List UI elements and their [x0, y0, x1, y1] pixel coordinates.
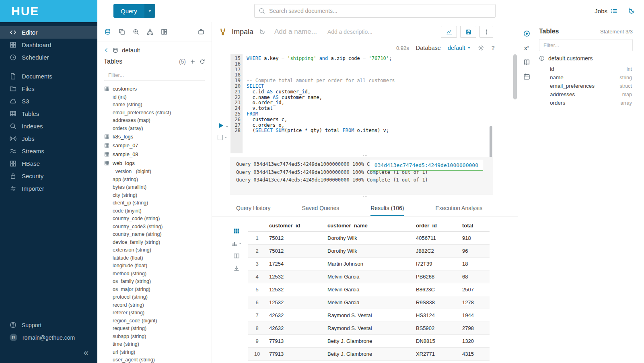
- table-row[interactable]: 612532Melvin GarciaR9S8381278: [248, 296, 490, 309]
- tab-results-106[interactable]: Results (106): [370, 200, 404, 216]
- table-item-sample_08[interactable]: sample_08: [104, 150, 212, 159]
- table-row[interactable]: 1077913Betty J. GiambroneXR27714315: [248, 348, 490, 361]
- table-item-customers[interactable]: customers: [104, 84, 212, 93]
- right-column-orders[interactable]: ordersarray: [539, 99, 633, 107]
- table-row[interactable]: 412532Melvin GarciaPB626868: [248, 270, 490, 283]
- code-line[interactable]: [247, 67, 518, 73]
- query-description-field[interactable]: Add a descriptio...: [327, 29, 372, 35]
- help-question-icon[interactable]: ?: [491, 45, 495, 51]
- query-history-button[interactable]: [628, 7, 635, 14]
- column-header-customer_id[interactable]: customer_id: [266, 220, 324, 232]
- execute-button[interactable]: [217, 122, 224, 129]
- table-row[interactable]: 742632Raymond S. VestalHS31241944: [248, 309, 490, 322]
- column-item[interactable]: longitude (float): [104, 262, 212, 270]
- sidebar-item-importer[interactable]: Importer: [0, 182, 97, 195]
- table-row[interactable]: 175012Dorothy Wilk4056711918: [248, 232, 490, 245]
- sidebar-item-editor[interactable]: Editor: [0, 26, 97, 39]
- column-item[interactable]: subapp (string): [104, 332, 212, 340]
- superscript-assist-button[interactable]: x²: [524, 45, 529, 51]
- column-item[interactable]: url (string): [104, 348, 212, 356]
- hue-logo[interactable]: HUE: [0, 0, 97, 22]
- column-item[interactable]: device_family (string): [104, 238, 212, 246]
- back-chevron-icon[interactable]: [104, 47, 109, 53]
- query-dropdown-caret[interactable]: [144, 4, 155, 18]
- database-select[interactable]: default: [448, 45, 471, 51]
- sidebar-item-hbase[interactable]: HBase: [0, 157, 97, 170]
- column-item[interactable]: orders (array): [104, 124, 212, 132]
- column-item[interactable]: request (string): [104, 325, 212, 333]
- new-query-button[interactable]: Query: [113, 4, 155, 18]
- sidebar-item-streams[interactable]: Streams: [0, 145, 97, 157]
- tab-saved-queries[interactable]: Saved Queries: [302, 200, 339, 216]
- column-item[interactable]: region_code (bigint): [104, 317, 212, 325]
- more-actions-button[interactable]: [479, 26, 493, 38]
- query-name-field[interactable]: Add a name...: [274, 28, 317, 36]
- column-item[interactable]: _version_ (bigint): [104, 168, 212, 176]
- query-id-popup[interactable]: 034d413ec7474ed5:4249de1000000000: [370, 160, 483, 171]
- code-line[interactable]: FROM: [247, 111, 518, 117]
- column-item[interactable]: referer (string): [104, 309, 212, 317]
- sidebar-item-tables[interactable]: Tables: [0, 107, 97, 120]
- column-item[interactable]: addresses (map): [104, 117, 212, 125]
- table-row[interactable]: 977913Betty J. GiambroneDN88151320: [248, 335, 490, 348]
- target-assist-button[interactable]: [523, 30, 530, 37]
- execute-options-caret[interactable]: [225, 125, 229, 129]
- tab-execution-analysis[interactable]: Execution Analysis: [435, 200, 482, 216]
- right-column-addresses[interactable]: addressesmap: [539, 90, 633, 99]
- grid-view-button[interactable]: [233, 228, 240, 234]
- code-line[interactable]: v.total: [247, 106, 518, 111]
- column-item[interactable]: latitude (float): [104, 254, 212, 262]
- tables-filter-input[interactable]: [104, 69, 205, 81]
- column-item[interactable]: time (string): [104, 340, 212, 349]
- search-input[interactable]: [254, 4, 496, 18]
- column-header-order_id[interactable]: order_id: [413, 220, 459, 232]
- right-column-id[interactable]: idint: [539, 65, 633, 73]
- code-line[interactable]: [247, 62, 518, 67]
- column-item[interactable]: os_family (string): [104, 278, 212, 286]
- column-item[interactable]: client_ip (string): [104, 199, 212, 207]
- refresh-tables-icon[interactable]: [200, 59, 205, 64]
- column-item[interactable]: email_preferences (struct): [104, 109, 212, 117]
- column-item[interactable]: country_code3 (string): [104, 223, 212, 231]
- code-line[interactable]: o.order_id,: [247, 100, 518, 106]
- right-column-email_preferences[interactable]: email_preferencesstruct: [539, 82, 633, 90]
- column-item[interactable]: country_name (string): [104, 231, 212, 239]
- code-line[interactable]: WHERE a.key = 'shipping' and a.zip_code …: [247, 56, 518, 62]
- save-button[interactable]: [460, 26, 476, 38]
- code-line[interactable]: c.name AS customer_name,: [247, 95, 518, 101]
- sidebar-item-scheduler[interactable]: Scheduler: [0, 51, 97, 64]
- code-line[interactable]: -- Compute total amount per order for al…: [247, 78, 518, 84]
- table-item-web_logs[interactable]: web_logs: [104, 159, 212, 168]
- column-header-customer_name[interactable]: customer_name: [324, 220, 413, 232]
- table-item-k8s_logs[interactable]: k8s_logs: [104, 132, 212, 141]
- main-scrollbar[interactable]: [513, 54, 517, 99]
- column-item[interactable]: protocol (string): [104, 293, 212, 301]
- zoom-in-toolbar-button[interactable]: [133, 29, 139, 35]
- code-line[interactable]: c.id AS customer_id,: [247, 89, 518, 95]
- sidebar-item-user[interactable]: R romain@gethue.com: [0, 331, 97, 344]
- code-line[interactable]: [247, 72, 518, 78]
- table-row[interactable]: 512532Melvin GarciaB8623C2507: [248, 283, 490, 296]
- sidebar-item-dashboard[interactable]: Dashboard: [0, 39, 97, 51]
- column-item[interactable]: record (string): [104, 301, 212, 309]
- column-item[interactable]: country_code (string): [104, 215, 212, 223]
- sidebar-item-support[interactable]: Support: [0, 319, 97, 331]
- briefcase-toolbar-button[interactable]: [198, 29, 204, 35]
- database-toolbar-button[interactable]: [105, 29, 111, 35]
- column-item[interactable]: user_agent (string): [104, 356, 212, 363]
- sitemap-toolbar-button[interactable]: [147, 29, 153, 35]
- column-item[interactable]: app (string): [104, 175, 212, 184]
- column-item[interactable]: code (tinyint): [104, 207, 212, 215]
- layout-toolbar-button[interactable]: [161, 29, 167, 35]
- query-history-toggle-icon[interactable]: [259, 29, 265, 35]
- breadcrumb-database[interactable]: default: [122, 47, 140, 54]
- column-item[interactable]: name (string): [104, 101, 212, 109]
- tab-query-history[interactable]: Query History: [236, 200, 271, 216]
- column-item[interactable]: os_major (string): [104, 285, 212, 293]
- bar-chart-view-button[interactable]: [231, 240, 242, 247]
- jobs-button[interactable]: Jobs: [595, 8, 617, 14]
- sidebar-item-indexes[interactable]: Indexes: [0, 120, 97, 132]
- book-assist-button[interactable]: [523, 59, 530, 66]
- code-line[interactable]: customers c,: [247, 117, 518, 123]
- calendar-assist-button[interactable]: [523, 73, 530, 80]
